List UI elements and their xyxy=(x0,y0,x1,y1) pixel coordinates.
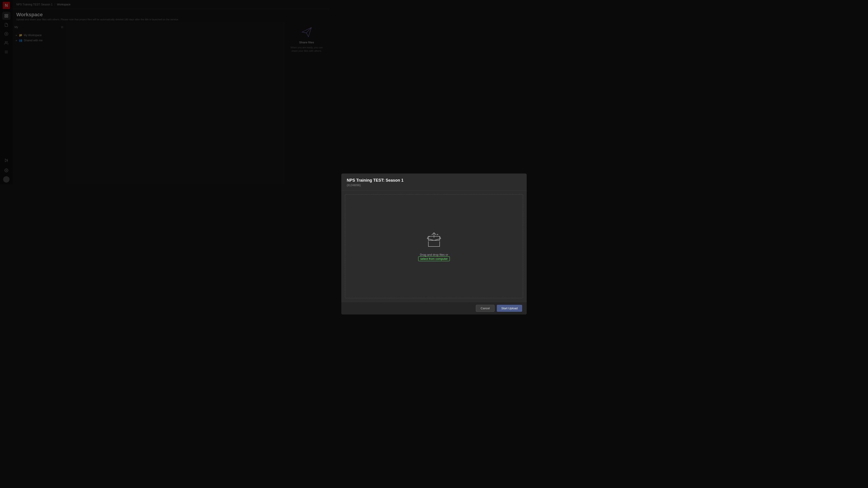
modal-overlay xyxy=(0,0,329,184)
